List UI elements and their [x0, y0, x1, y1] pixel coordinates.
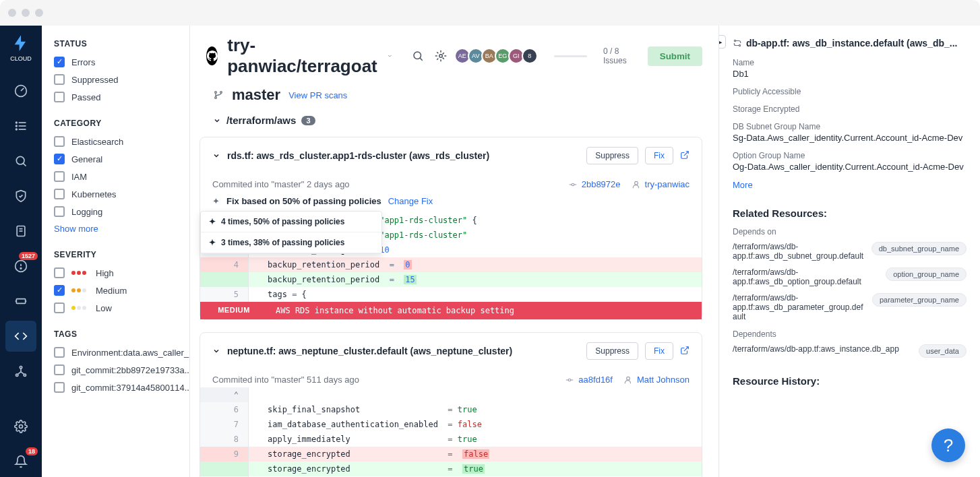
chevron-down-icon[interactable] [212, 152, 220, 160]
submit-button[interactable]: Submit [648, 46, 702, 66]
line-number: 6 [200, 402, 249, 417]
nav-list[interactable] [5, 110, 36, 141]
help-button[interactable]: ? [931, 428, 965, 462]
suppress-button[interactable]: Suppress [586, 147, 638, 164]
fix-option[interactable]: ✦ 3 times, 38% of passing policies [201, 232, 381, 253]
filter-label: Elasticsearch [71, 137, 123, 147]
checkbox[interactable] [54, 285, 65, 296]
nav-shield[interactable] [5, 181, 36, 212]
nav-dashboard[interactable] [5, 75, 36, 106]
show-more-link[interactable]: Show more [54, 224, 177, 234]
checkbox[interactable] [54, 364, 65, 375]
search-button[interactable] [411, 45, 425, 67]
field-value: Db1 [733, 69, 967, 79]
filter-item[interactable]: Elasticsearch [54, 136, 177, 147]
svg-point-17 [20, 367, 22, 369]
user-icon [623, 375, 633, 385]
issue-title: rds.tf: aws_rds_cluster.app1-rds-cluster… [227, 150, 580, 161]
fix-option[interactable]: ✦ 4 times, 50% of passing policies [201, 212, 381, 232]
filter-label: Low [96, 303, 112, 313]
fix-button[interactable]: Fix [645, 342, 673, 360]
external-link-icon[interactable] [680, 346, 690, 357]
collapse-details-button[interactable]: ▶ [718, 35, 726, 49]
commit-hash[interactable]: 2bb8972e [582, 179, 621, 189]
commit-author[interactable]: try-panwiac [645, 179, 690, 189]
nav-search[interactable] [5, 146, 36, 177]
nav-document[interactable] [5, 216, 36, 247]
checkbox[interactable] [54, 92, 65, 102]
nav-compute[interactable] [5, 286, 36, 317]
chevron-down-icon[interactable] [212, 347, 220, 355]
svg-point-36 [627, 377, 630, 380]
dependency-row: /terraform/aws/db-app.tf:aws_db_subnet_g… [733, 242, 967, 261]
close-window-icon[interactable] [8, 9, 16, 17]
filter-item[interactable]: Environment:data.aws_caller_... [54, 347, 177, 358]
chevron-down-icon[interactable] [387, 51, 393, 61]
svg-point-28 [572, 183, 574, 186]
issue-card: rds.tf: aws_rds_cluster.app1-rds-cluster… [200, 137, 702, 320]
sparkle-icon: ✦ [212, 196, 220, 206]
filter-label: git_commit:37914a45800114... [71, 383, 190, 393]
settings-button[interactable] [434, 45, 448, 67]
nav-network[interactable] [5, 356, 36, 387]
suppress-button[interactable]: Suppress [586, 342, 638, 360]
checkbox[interactable] [54, 171, 65, 182]
avatar-stack[interactable]: AEAVBAEGGI8 [457, 48, 538, 64]
fix-button[interactable]: Fix [645, 147, 673, 164]
field-value: Sg-Data.Aws_caller_identity.Current.Acco… [733, 133, 967, 143]
checkbox[interactable] [54, 189, 65, 199]
filter-item[interactable]: Passed [54, 92, 177, 102]
filter-item[interactable]: IAM [54, 171, 177, 182]
progress-bar [554, 55, 587, 57]
dependency-path[interactable]: /terraform/aws/db-app.tf:aws_db_option_g… [733, 267, 879, 286]
svg-point-13 [20, 268, 22, 269]
maximize-window-icon[interactable] [35, 9, 43, 17]
avatar-more[interactable]: 8 [522, 48, 538, 64]
alerts-badge: 1527 [19, 252, 38, 260]
line-number[interactable]: ⌃ [200, 387, 249, 402]
checkbox[interactable] [54, 303, 65, 313]
filter-item[interactable]: git_commit:37914a45800114... [54, 382, 177, 393]
filter-item[interactable]: Medium [54, 285, 177, 296]
filter-item[interactable]: Suppressed [54, 74, 177, 85]
checkbox[interactable] [54, 382, 65, 393]
code-content: tags = { [249, 287, 702, 302]
nav-code[interactable] [5, 321, 36, 352]
filter-item[interactable]: High [54, 267, 177, 278]
external-link-icon[interactable] [680, 150, 690, 162]
nav-settings[interactable] [5, 411, 36, 442]
commit-hash[interactable]: aa8fd16f [578, 375, 613, 385]
checkbox[interactable] [54, 267, 65, 278]
nav-alerts[interactable]: 1527 [5, 251, 36, 282]
view-pr-link[interactable]: View PR scans [288, 90, 347, 100]
checkbox[interactable] [54, 74, 65, 85]
tags-title: TAGS [54, 329, 177, 339]
checkbox[interactable] [54, 57, 65, 67]
checkbox[interactable] [54, 347, 65, 358]
commit-icon [568, 180, 578, 189]
code-line: ⌃ [200, 387, 702, 402]
code-content: skip_final_snapshot = true [249, 402, 702, 417]
repo-name: try-panwiac/terragoat [227, 35, 377, 77]
filter-item[interactable]: Logging [54, 206, 177, 217]
commit-author[interactable]: Matt Johnson [637, 375, 690, 385]
checkbox[interactable] [54, 136, 65, 147]
severity-level: MEDIUM [200, 302, 268, 319]
dependency-tag: db_subnet_group_name [871, 242, 967, 255]
dependency-path[interactable]: /terraform/aws/db-app.tf:aws_db_paramete… [733, 293, 865, 321]
dependency-path[interactable]: /terraform/aws/db-app.tf:aws_db_subnet_g… [733, 242, 865, 261]
checkbox[interactable] [54, 154, 65, 164]
nav-notifications[interactable]: 18 [5, 446, 36, 477]
dependency-path[interactable]: /terraform/aws/db-app.tf:aws_instance.db… [733, 344, 912, 354]
filter-item[interactable]: git_commit:2bb8972e19733a... [54, 364, 177, 375]
minimize-window-icon[interactable] [22, 9, 30, 17]
svg-point-33 [569, 379, 572, 381]
more-link[interactable]: More [733, 180, 967, 190]
change-fix-link[interactable]: Change Fix [388, 196, 433, 206]
filter-item[interactable]: Kubernetes [54, 189, 177, 199]
path-row[interactable]: /terraform/aws 3 [190, 110, 718, 137]
filter-item[interactable]: Errors [54, 57, 177, 67]
filter-item[interactable]: Low [54, 303, 177, 313]
filter-item[interactable]: General [54, 154, 177, 164]
checkbox[interactable] [54, 206, 65, 217]
